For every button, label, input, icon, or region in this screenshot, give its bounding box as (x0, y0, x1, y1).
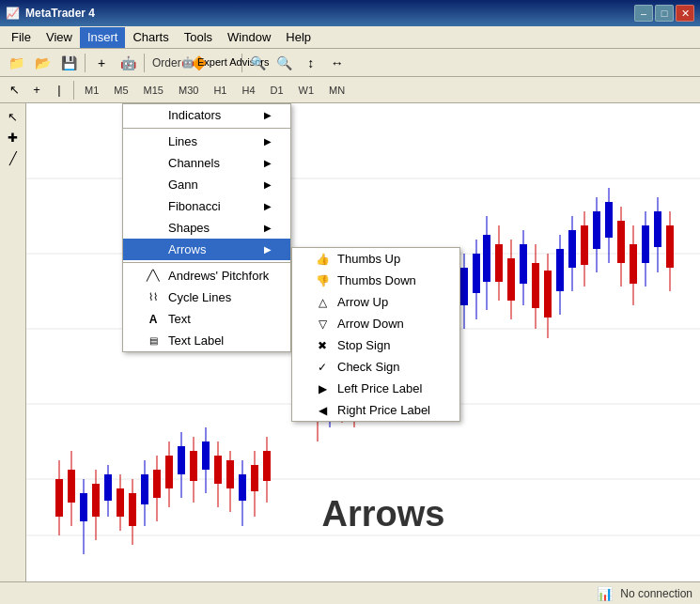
thumbsdown-icon: 👎 (315, 274, 330, 287)
tf-h1[interactable]: H1 (207, 82, 233, 99)
arrows-submenu: 👍 Thumbs Up 👎 Thumbs Down △ Arrow Up ▽ A… (291, 247, 460, 422)
menu-view[interactable]: View (39, 27, 80, 48)
menu-window[interactable]: Window (220, 27, 278, 48)
toolbar-sep-2 (144, 54, 145, 72)
svg-rect-72 (654, 211, 661, 247)
open-button[interactable]: 📂 (30, 52, 54, 74)
arrows-stopsign[interactable]: ✖ Stop Sign (292, 334, 459, 356)
tf-mn[interactable]: MN (322, 82, 351, 99)
svg-rect-12 (80, 493, 87, 521)
line-tool[interactable]: | (49, 81, 70, 100)
menu-charts[interactable]: Charts (125, 27, 176, 48)
arrows-leftprice[interactable]: ▶ Left Price Label (292, 378, 459, 399)
arrowup-icon: △ (315, 296, 330, 309)
stopsign-icon: ✖ (315, 339, 330, 352)
svg-rect-102 (473, 254, 480, 293)
svg-rect-74 (666, 225, 674, 268)
svg-rect-10 (68, 470, 75, 503)
expert-advisors-button[interactable]: 🤖 Expert Advisors (213, 52, 238, 74)
tf-d1[interactable]: D1 (264, 82, 290, 99)
menu-lines[interactable]: Lines ▶ (123, 131, 290, 152)
new-chart-button[interactable]: 📁 (4, 52, 28, 74)
checksign-icon: ✓ (315, 361, 330, 374)
tf-m5[interactable]: M5 (107, 82, 134, 99)
crosshair-tool2[interactable]: ✚ (3, 128, 23, 147)
menu-file[interactable]: File (4, 27, 39, 48)
svg-rect-14 (92, 484, 100, 517)
save-button[interactable]: 💾 (56, 52, 81, 74)
close-button[interactable]: ✕ (676, 5, 694, 22)
svg-rect-50 (520, 244, 527, 284)
svg-rect-52 (532, 263, 539, 308)
svg-rect-34 (214, 456, 222, 484)
svg-rect-44 (483, 235, 490, 282)
menu-cyclelines[interactable]: ⌇⌇ Cycle Lines (123, 287, 290, 308)
svg-rect-68 (630, 244, 637, 284)
menu-gann[interactable]: Gann ▶ (123, 174, 290, 195)
main-toolbar: 📁 📂 💾 + 🤖 Order 🔶 🤖 Expert Advisors 🔍 🔍 … (0, 49, 700, 77)
svg-rect-18 (117, 488, 124, 517)
arrows-rightprice[interactable]: ◀ Right Price Label (292, 399, 459, 421)
crosshair-tool[interactable]: + (26, 81, 47, 100)
menu-andrews[interactable]: ╱╲ Andrews' Pitchfork (123, 265, 290, 287)
order-label: Order (148, 56, 185, 70)
tf-h4[interactable]: H4 (235, 82, 261, 99)
svg-rect-66 (617, 221, 625, 263)
arrows-thumbsup[interactable]: 👍 Thumbs Up (292, 248, 459, 270)
scroll2-button[interactable]: ↔ (325, 52, 350, 74)
maximize-button[interactable]: □ (655, 5, 674, 22)
arrows-checksign[interactable]: ✓ Check Sign (292, 356, 459, 378)
zoom-out-button[interactable]: 🔍 (272, 52, 297, 74)
menu-bar: File View Insert Charts Tools Window Hel… (0, 26, 700, 49)
menu-sep-2 (123, 262, 290, 263)
menu-text[interactable]: A Text (123, 308, 290, 330)
svg-rect-16 (104, 474, 112, 501)
line-tool2[interactable]: ╱ (3, 148, 23, 167)
minimize-button[interactable]: – (634, 5, 653, 22)
menu-tools[interactable]: Tools (177, 27, 220, 48)
toolbar-sep-1 (85, 54, 86, 72)
svg-rect-20 (129, 493, 136, 526)
arrows-arrowup[interactable]: △ Arrow Up (292, 291, 459, 313)
text-icon: A (146, 313, 161, 326)
svg-rect-54 (544, 271, 552, 317)
chart-watermark: Arrows (322, 494, 445, 534)
arrowdown-icon: ▽ (315, 317, 330, 331)
app-icon: 📈 (6, 7, 20, 20)
arrows-arrowdown[interactable]: ▽ Arrow Down (292, 313, 459, 334)
menu-fibonacci[interactable]: Fibonacci ▶ (123, 195, 290, 217)
svg-rect-22 (141, 474, 148, 504)
leftprice-icon: ▶ (315, 382, 330, 395)
svg-rect-62 (593, 211, 600, 249)
scroll-button[interactable]: ↕ (299, 52, 323, 74)
tf-sep (73, 81, 74, 100)
arrows-thumbsdown[interactable]: 👎 Thumbs Down (292, 270, 459, 291)
menu-shapes[interactable]: Shapes ▶ (123, 217, 290, 239)
menu-channels[interactable]: Channels ▶ (123, 152, 290, 174)
tf-w1[interactable]: W1 (292, 82, 321, 99)
cursor-tool[interactable]: ↖ (4, 81, 24, 100)
timeframe-toolbar: ↖ + | M1 M5 M15 M30 H1 H4 D1 W1 MN (0, 77, 700, 103)
tf-m1[interactable]: M1 (78, 82, 105, 99)
svg-rect-42 (263, 451, 271, 481)
menu-help[interactable]: Help (278, 27, 319, 48)
svg-rect-100 (460, 268, 468, 305)
svg-rect-56 (556, 249, 564, 291)
new-order-button[interactable]: + (89, 52, 114, 74)
insert-menu: Indicators ▶ Lines ▶ Channels ▶ Gann ▶ F… (122, 103, 291, 352)
expert-button[interactable]: 🤖 (116, 52, 140, 74)
menu-insert[interactable]: Insert (80, 27, 126, 48)
bars-icon: 📊 (597, 586, 613, 601)
tf-m30[interactable]: M30 (172, 82, 205, 99)
bars-indicator: 📊 (597, 586, 613, 601)
thumbsup-icon: 👍 (315, 253, 330, 266)
tf-m15[interactable]: M15 (137, 82, 170, 99)
menu-arrows[interactable]: Arrows ▶ (123, 239, 290, 260)
svg-rect-58 (568, 230, 576, 268)
no-connection-label: No connection (620, 587, 692, 600)
cyclelines-icon: ⌇⌇ (146, 291, 161, 303)
zoom-in-button[interactable]: 🔍 (246, 52, 271, 74)
menu-textlabel[interactable]: ▤ Text Label (123, 330, 290, 351)
menu-indicators[interactable]: Indicators ▶ (123, 104, 290, 126)
arrow-tool[interactable]: ↖ (3, 107, 23, 126)
